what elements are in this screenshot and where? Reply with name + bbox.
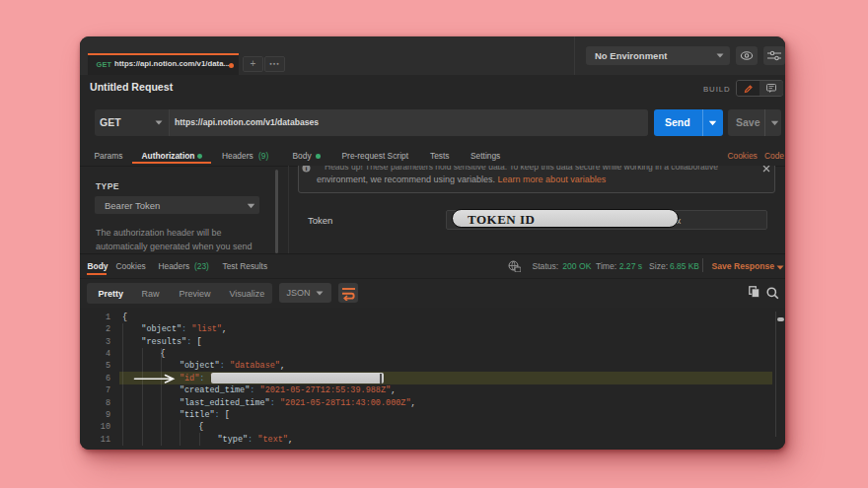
svg-text:i: i bbox=[306, 166, 308, 173]
